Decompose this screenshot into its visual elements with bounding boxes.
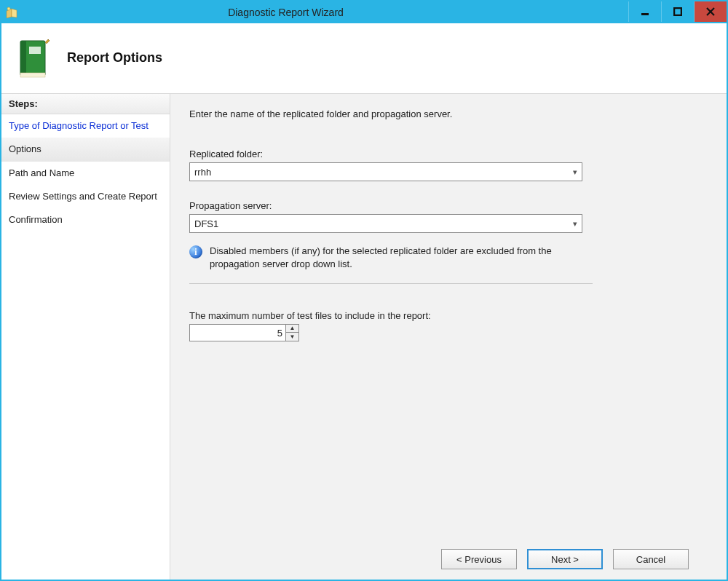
propagation-server-block: Propagation server: DFS1 ▾ [189,200,708,233]
svg-rect-5 [29,47,41,54]
spinner-down-button[interactable]: ▼ [286,333,298,341]
info-row: i Disabled members (if any) for the sele… [189,245,708,270]
chevron-down-icon: ▾ [573,167,577,177]
replicated-folder-block: Replicated folder: rrhh ▾ [189,149,708,181]
svg-rect-6 [20,73,45,77]
info-text: Disabled members (if any) for the select… [210,245,596,270]
replicated-folder-value: rrhh [194,167,211,178]
max-files-label: The maximum number of test files to incl… [189,310,708,321]
step-type-of-report[interactable]: Type of Diagnostic Report or Test [1,114,170,138]
footer-buttons: < Previous Next > Cancel [189,539,708,580]
titlebar: Diagnostic Report Wizard [1,1,727,23]
max-files-row: ▲ ▼ [189,324,708,341]
step-options[interactable]: Options [1,138,170,161]
step-path-and-name[interactable]: Path and Name [1,162,170,185]
propagation-server-value: DFS1 [194,218,218,229]
main-panel: Enter the name of the replicated folder … [170,94,727,580]
propagation-server-dropdown[interactable]: DFS1 ▾ [189,214,582,233]
spinner-up-button[interactable]: ▲ [286,325,298,333]
window-buttons [628,1,727,23]
next-button[interactable]: Next > [527,549,603,569]
body: Steps: Type of Diagnostic Report or Test… [1,93,727,580]
steps-heading: Steps: [1,94,170,114]
svg-rect-4 [20,41,26,76]
replicated-folder-dropdown[interactable]: rrhh ▾ [189,162,582,181]
close-button[interactable] [694,1,727,22]
wizard-window: Diagnostic Report Wizard Repo [0,0,728,581]
prompt-text: Enter the name of the replicated folder … [189,108,708,119]
step-review-settings[interactable]: Review Settings and Create Report [1,185,170,208]
steps-sidebar: Steps: Type of Diagnostic Report or Test… [1,94,170,580]
app-icon [1,1,23,23]
svg-rect-2 [674,8,681,15]
replicated-folder-label: Replicated folder: [189,149,708,159]
svg-point-0 [7,7,10,10]
page-title: Report Options [67,50,162,66]
chevron-down-icon: ▾ [573,219,577,229]
previous-button[interactable]: < Previous [441,549,517,569]
divider [189,283,593,284]
header: Report Options [1,23,727,93]
max-files-input[interactable] [189,324,285,341]
svg-rect-1 [641,13,649,15]
book-icon [16,35,54,80]
max-files-spinner: ▲ ▼ [189,324,299,341]
minimize-button[interactable] [628,1,661,22]
maximize-button[interactable] [661,1,694,22]
propagation-server-label: Propagation server: [189,200,708,211]
window-title: Diagnostic Report Wizard [23,1,628,23]
step-confirmation[interactable]: Confirmation [1,208,170,232]
cancel-button[interactable]: Cancel [613,549,689,569]
info-icon: i [189,245,202,258]
